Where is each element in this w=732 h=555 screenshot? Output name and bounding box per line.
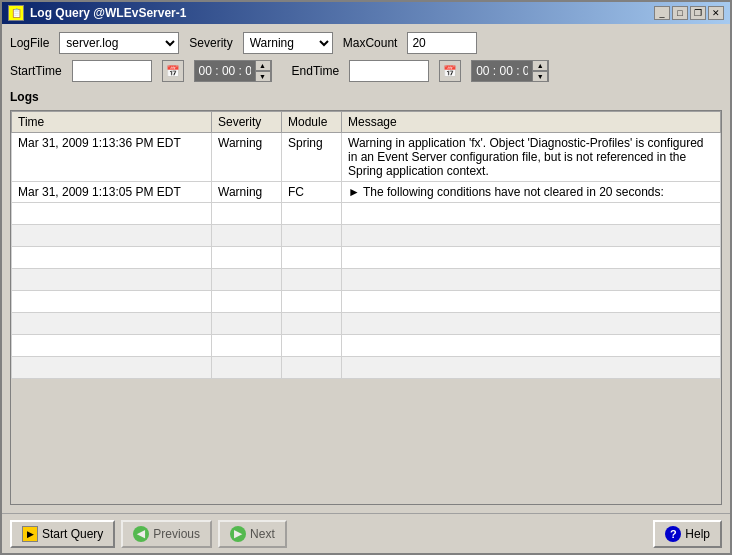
logs-section-title: Logs (10, 90, 722, 104)
empty-cell (282, 335, 342, 357)
severity-select[interactable]: Warning (243, 32, 333, 54)
empty-cell (342, 225, 721, 247)
cell-module: FC (282, 182, 342, 203)
col-module: Module (282, 112, 342, 133)
table-empty-row (12, 269, 721, 291)
empty-cell (212, 335, 282, 357)
col-time: Time (12, 112, 212, 133)
cell-severity: Warning (212, 133, 282, 182)
help-label: Help (685, 527, 710, 541)
empty-cell (12, 203, 212, 225)
minimize-button[interactable]: _ (654, 6, 670, 20)
title-controls: _ □ ❐ ✕ (654, 6, 724, 20)
main-window: 📋 Log Query @WLEvServer-1 _ □ ❐ ✕ LogFil… (0, 0, 732, 555)
empty-cell (212, 291, 282, 313)
starttime-calendar-button[interactable]: 📅 (162, 60, 184, 82)
maxcount-input[interactable] (407, 32, 477, 54)
empty-cell (12, 291, 212, 313)
starttime-up-button[interactable]: ▲ (255, 60, 271, 71)
endtime-date-input[interactable] (349, 60, 429, 82)
cell-time: Mar 31, 2009 1:13:05 PM EDT (12, 182, 212, 203)
starttime-date-input[interactable] (72, 60, 152, 82)
endtime-time-input[interactable] (472, 62, 532, 80)
endtime-calendar-button[interactable]: 📅 (439, 60, 461, 82)
starttime-down-button[interactable]: ▼ (255, 71, 271, 82)
next-icon: ▶ (230, 526, 246, 542)
table-empty-row (12, 291, 721, 313)
empty-cell (342, 269, 721, 291)
empty-cell (282, 269, 342, 291)
empty-cell (342, 357, 721, 379)
empty-cell (212, 247, 282, 269)
empty-cell (12, 335, 212, 357)
table-row[interactable]: Mar 31, 2009 1:13:05 PM EDT Warning FC ►… (12, 182, 721, 203)
start-query-button[interactable]: ▶ Start Query (10, 520, 115, 548)
empty-cell (212, 269, 282, 291)
next-label: Next (250, 527, 275, 541)
window-icon: 📋 (8, 5, 24, 21)
empty-cell (282, 203, 342, 225)
maxcount-label: MaxCount (343, 36, 398, 50)
window-title: Log Query @WLEvServer-1 (30, 6, 186, 20)
bottom-bar: ▶ Start Query ◀ Previous ▶ Next ? Help (2, 513, 730, 553)
title-bar: 📋 Log Query @WLEvServer-1 _ □ ❐ ✕ (2, 2, 730, 24)
table-empty-row (12, 335, 721, 357)
empty-cell (342, 313, 721, 335)
starttime-spinner: ▲ ▼ (255, 60, 271, 82)
starttime-time-input[interactable] (195, 62, 255, 80)
previous-label: Previous (153, 527, 200, 541)
maximize-button[interactable]: □ (672, 6, 688, 20)
empty-cell (282, 247, 342, 269)
col-severity: Severity (212, 112, 282, 133)
logs-table: Time Severity Module Message Mar 31, 200… (11, 111, 721, 379)
empty-cell (342, 203, 721, 225)
content-area: LogFile server.log Severity Warning MaxC… (2, 24, 730, 513)
cell-message: Warning in application 'fx'. Object 'Dia… (342, 133, 721, 182)
title-bar-left: 📋 Log Query @WLEvServer-1 (8, 5, 186, 21)
endtime-label: EndTime (292, 64, 340, 78)
logfile-select[interactable]: server.log (59, 32, 179, 54)
empty-cell (212, 313, 282, 335)
table-empty-row (12, 247, 721, 269)
bottom-left-buttons: ▶ Start Query ◀ Previous ▶ Next (10, 520, 287, 548)
empty-cell (342, 291, 721, 313)
restore-button[interactable]: ❐ (690, 6, 706, 20)
endtime-time-container: ▲ ▼ (471, 60, 549, 82)
empty-cell (342, 247, 721, 269)
cell-message: ► The following conditions have not clea… (342, 182, 721, 203)
cell-time: Mar 31, 2009 1:13:36 PM EDT (12, 133, 212, 182)
table-header-row: Time Severity Module Message (12, 112, 721, 133)
starttime-time-container: ▲ ▼ (194, 60, 272, 82)
table-empty-row (12, 357, 721, 379)
table-empty-row (12, 313, 721, 335)
start-query-label: Start Query (42, 527, 103, 541)
table-row[interactable]: Mar 31, 2009 1:13:36 PM EDT Warning Spri… (12, 133, 721, 182)
endtime-up-button[interactable]: ▲ (532, 60, 548, 71)
logfile-label: LogFile (10, 36, 49, 50)
empty-cell (12, 225, 212, 247)
empty-cell (282, 225, 342, 247)
empty-cell (282, 357, 342, 379)
previous-button[interactable]: ◀ Previous (121, 520, 212, 548)
col-message: Message (342, 112, 721, 133)
endtime-spinner: ▲ ▼ (532, 60, 548, 82)
empty-cell (282, 313, 342, 335)
empty-cell (12, 247, 212, 269)
cell-severity: Warning (212, 182, 282, 203)
empty-cell (342, 335, 721, 357)
endtime-down-button[interactable]: ▼ (532, 71, 548, 82)
form-row-1: LogFile server.log Severity Warning MaxC… (10, 32, 722, 54)
help-button[interactable]: ? Help (653, 520, 722, 548)
next-button[interactable]: ▶ Next (218, 520, 287, 548)
table-empty-row (12, 203, 721, 225)
close-button[interactable]: ✕ (708, 6, 724, 20)
empty-cell (12, 313, 212, 335)
form-row-2: StartTime 📅 ▲ ▼ EndTime 📅 ▲ ▼ (10, 60, 722, 82)
empty-cell (282, 291, 342, 313)
empty-cell (212, 203, 282, 225)
empty-cell (12, 357, 212, 379)
empty-cell (12, 269, 212, 291)
empty-cell (212, 225, 282, 247)
start-query-icon: ▶ (22, 526, 38, 542)
starttime-label: StartTime (10, 64, 62, 78)
